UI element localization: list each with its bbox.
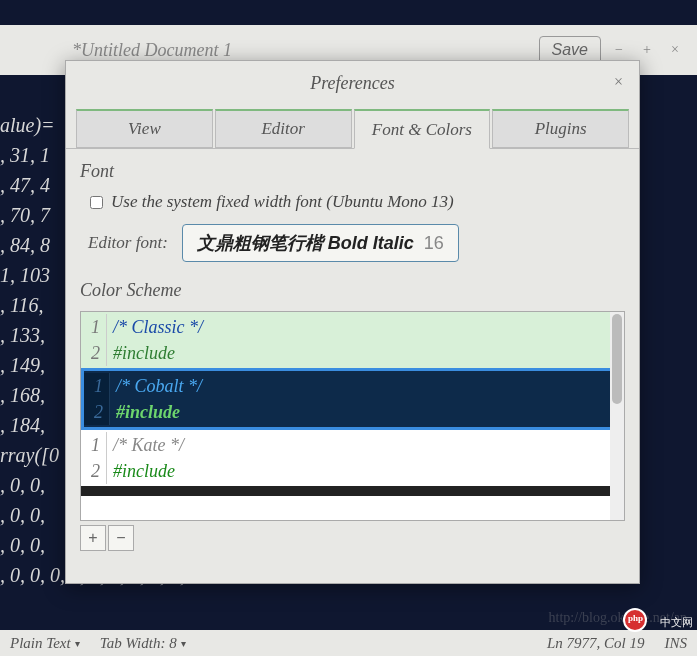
color-scheme-section-label: Color Scheme <box>80 280 625 301</box>
document-title: *Untitled Document 1 <box>12 40 539 61</box>
editor-font-label: Editor font: <box>88 233 168 253</box>
tab-view[interactable]: View <box>76 109 213 148</box>
font-section-label: Font <box>80 161 625 182</box>
minimize-button[interactable]: − <box>609 42 629 58</box>
font-size: 16 <box>424 233 444 254</box>
syntax-mode-selector[interactable]: Plain Text▾ <box>10 635 80 652</box>
editor-font-button[interactable]: 文鼎粗钢笔行楷 Bold Italic 16 <box>182 224 459 262</box>
close-icon[interactable]: × <box>614 73 623 91</box>
watermark-brand: 中文网 <box>660 615 693 630</box>
remove-scheme-button[interactable]: − <box>108 525 134 551</box>
add-scheme-button[interactable]: + <box>80 525 106 551</box>
font-name: 文鼎粗钢笔行楷 Bold Italic <box>197 231 414 255</box>
color-scheme-list[interactable]: 1/* Classic */2#include 1/* Cobalt */2#i… <box>80 311 625 521</box>
php-logo-icon <box>623 608 647 632</box>
scheme-cobalt[interactable]: 1/* Cobalt */2#include <box>81 368 624 430</box>
scheme-classic[interactable]: 1/* Classic */2#include <box>81 312 624 368</box>
use-system-font-label: Use the system fixed width font (Ubuntu … <box>111 192 454 212</box>
use-system-font-checkbox[interactable] <box>90 196 103 209</box>
insert-mode: INS <box>665 635 688 652</box>
close-window-button[interactable]: × <box>665 42 685 58</box>
maximize-button[interactable]: + <box>637 42 657 58</box>
preferences-dialog: Preferences × ViewEditorFont & ColorsPlu… <box>65 60 640 584</box>
tab-font-colors[interactable]: Font & Colors <box>354 109 491 149</box>
status-bar: Plain Text▾ Tab Width: 8▾ Ln 7977, Col 1… <box>0 630 697 656</box>
tab-width-selector[interactable]: Tab Width: 8▾ <box>100 635 186 652</box>
scheme-kate[interactable]: 1/* Kate */2#include <box>81 430 624 486</box>
scrollbar[interactable] <box>610 312 624 520</box>
cursor-position: Ln 7977, Col 19 <box>547 635 645 652</box>
preference-tabs: ViewEditorFont & ColorsPlugins <box>66 109 639 149</box>
tab-plugins[interactable]: Plugins <box>492 109 629 148</box>
dialog-title: Preferences <box>310 73 395 94</box>
tab-editor[interactable]: Editor <box>215 109 352 148</box>
